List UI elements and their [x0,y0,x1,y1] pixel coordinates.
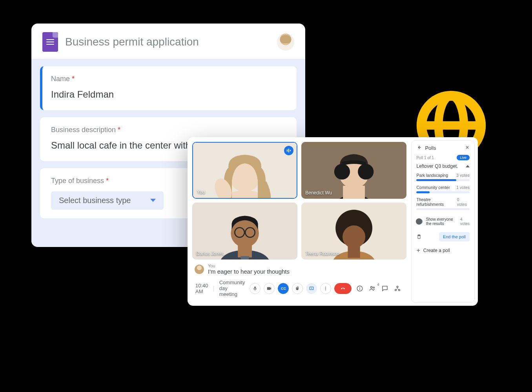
caption-text: I'm eager to hear your thoughts [208,268,290,275]
video-grid: You Benedict Wu [192,142,406,260]
total-votes: 4 votes [460,217,470,226]
svg-point-37 [397,286,399,287]
question-name[interactable]: Name * Indira Feldman [40,66,297,110]
microphone-button[interactable] [250,283,261,294]
video-tile[interactable]: Darius Jones [192,203,297,260]
end-poll-button[interactable]: End the poll [439,232,470,241]
plus-icon: + [416,247,420,254]
option-label: Community center [416,185,450,190]
option-label: Theatre refurbishments [416,197,457,207]
raise-hand-button[interactable] [292,283,303,294]
option-bar [416,191,430,193]
svg-point-36 [373,287,375,288]
svg-point-16 [358,164,373,180]
caption-speaker: You [208,263,290,268]
meet-main: You Benedict Wu [188,137,411,306]
meeting-name: Community day meeting [219,279,245,297]
option-votes: 0 votes [457,197,470,207]
option-votes: 1 votes [456,185,470,190]
option-label: Park landscaping [416,173,448,178]
user-avatar[interactable] [277,33,294,51]
poll-option[interactable]: Park landscaping 3 votes [416,173,470,181]
live-badge: Live [457,155,470,160]
tile-name-label: Teena Robinson [305,251,339,256]
svg-point-15 [334,164,350,180]
svg-point-29 [325,287,326,287]
poll-option[interactable]: Community center 1 votes [416,185,470,193]
option-votes: 3 votes [456,173,470,178]
svg-rect-34 [360,288,361,290]
show-results-toggle[interactable] [416,219,423,224]
forms-app-icon [42,32,58,52]
svg-rect-10 [290,150,291,151]
caption-avatar [195,265,204,274]
show-results-label: Show everyone the results [426,217,457,226]
end-call-button[interactable] [334,283,352,294]
svg-point-27 [343,225,365,248]
svg-rect-8 [287,149,288,152]
polls-header: Polls [416,145,470,151]
video-tile[interactable]: Benedict Wu [301,142,406,199]
close-icon[interactable] [465,145,470,151]
svg-point-30 [325,288,326,289]
captions-button[interactable]: CC [278,283,289,294]
tile-name-label: Benedict Wu [305,190,332,196]
video-tile[interactable]: Teena Robinson [301,203,406,260]
meet-footer: 10:40 AM | Community day meeting CC [192,276,406,302]
svg-rect-9 [288,149,289,152]
svg-point-35 [371,286,373,288]
poll-question: Leftover Q3 budget. [416,163,458,169]
business-type-select[interactable]: Select business type [51,191,164,210]
camera-button[interactable] [264,283,275,294]
svg-point-39 [399,289,400,290]
participant-count-badge: 4 [377,283,379,287]
tile-name-label: You [197,189,205,195]
activities-icon[interactable] [394,285,401,292]
meet-card: You Benedict Wu [188,137,478,306]
chat-icon[interactable] [381,285,388,292]
show-results-row: Show everyone the results 4 votes [416,217,470,226]
caption-row: You I'm eager to hear your thoughts [192,260,406,276]
present-button[interactable] [306,283,317,294]
tile-name-label: Darius Jones [196,251,224,256]
meeting-controls: CC [250,283,352,294]
back-arrow-icon[interactable] [416,145,422,151]
select-placeholder: Select business type [59,196,131,205]
side-panel-icons: 4 [356,285,403,292]
more-options-button[interactable] [320,283,331,294]
polls-title: Polls [425,145,462,151]
poll-question-row[interactable]: Leftover Q3 budget. [416,163,470,169]
question-label: Name * [51,75,286,83]
create-poll-label: Create a poll [423,248,450,253]
svg-point-31 [325,289,326,290]
create-poll-button[interactable]: + Create a poll [416,247,470,254]
svg-point-33 [360,287,361,288]
poll-number: Poll 1 of 1 [416,156,434,160]
forms-header: Business permit application [31,24,305,59]
poll-meta: Poll 1 of 1 Live [416,155,470,160]
people-icon[interactable]: 4 [369,285,376,292]
delete-poll-icon[interactable] [416,234,422,240]
forms-title: Business permit application [65,36,270,48]
poll-actions: End the poll [416,232,470,241]
svg-point-38 [395,289,397,290]
polls-panel: Polls Poll 1 of 1 Live Leftover Q3 budge… [411,140,475,303]
info-icon[interactable] [356,285,363,292]
poll-option[interactable]: Theatre refurbishments 0 votes [416,197,470,210]
chevron-up-icon [466,165,470,167]
chevron-down-icon [150,199,156,202]
meeting-time: 10:40 AM [195,283,208,294]
option-bar [416,179,456,181]
question-value[interactable]: Indira Feldman [51,88,286,102]
video-tile-self[interactable]: You [192,142,297,199]
question-label: Business description * [51,126,286,134]
